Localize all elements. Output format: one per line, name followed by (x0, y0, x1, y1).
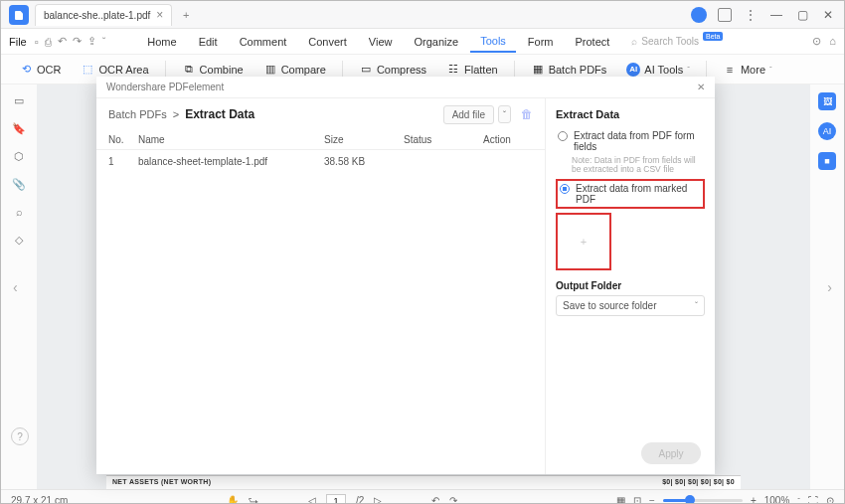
home-icon[interactable]: ⌂ (829, 35, 836, 48)
more-button[interactable]: ≡Moreˇ (715, 60, 780, 80)
layers-icon[interactable]: ◇ (11, 232, 27, 248)
menu-form[interactable]: Form (518, 32, 564, 52)
cloud-icon[interactable]: ⊙ (812, 35, 821, 48)
cell-size: 38.58 KB (324, 156, 404, 167)
flatten-icon: ☷ (446, 63, 460, 77)
search-placeholder: Search Tools (641, 36, 699, 47)
chevron-down-icon: ˇ (695, 300, 698, 310)
status-bar: 29.7 x 21 cm ✋ ⮑ ◁ /2 ▷ ↶ ↷ ▦ ⊡ − + 100%… (1, 489, 844, 504)
col-no: No. (108, 134, 138, 145)
apply-button[interactable]: Apply (641, 442, 701, 464)
add-file-dropdown[interactable]: ˇ (498, 105, 511, 123)
menu-organize[interactable]: Organize (405, 32, 469, 52)
beta-badge: Beta (703, 32, 723, 41)
zoom-in-icon[interactable]: + (751, 495, 757, 504)
fullscreen-icon[interactable]: ⛶ (808, 495, 818, 504)
new-tab-button[interactable]: + (176, 5, 196, 25)
combine-icon: ⧉ (182, 63, 196, 77)
undo-icon[interactable]: ↶ (58, 35, 67, 48)
prev-page-icon[interactable]: ◁ (308, 495, 316, 504)
zoom-out-icon[interactable]: − (649, 495, 655, 504)
menu-comment[interactable]: Comment (230, 32, 297, 52)
ocr-icon: ⟲ (19, 63, 33, 77)
option-note: Note: Data in PDF from fields will be ex… (572, 156, 705, 175)
breadcrumb-current: Extract Data (185, 107, 254, 121)
menu-tools[interactable]: Tools (470, 31, 516, 53)
output-folder-select[interactable]: Save to source folder ˇ (556, 295, 705, 316)
dialog-title: Wondershare PDFelement (106, 82, 224, 92)
dialog-titlebar: Wondershare PDFelement ✕ (96, 77, 715, 98)
col-action: Action (483, 134, 533, 145)
file-menu[interactable]: File (9, 36, 27, 48)
add-file-button[interactable]: Add file (443, 105, 494, 124)
add-area-box[interactable]: + (556, 213, 611, 270)
col-status: Status (404, 134, 483, 145)
option-form-fields[interactable]: Extract data from PDF form fields (556, 128, 705, 154)
minimize-icon[interactable]: — (764, 3, 788, 27)
bookmarks-icon[interactable]: 🔖 (11, 120, 27, 136)
breadcrumb: Batch PDFs > Extract Data Add file ˇ 🗑 (96, 98, 545, 130)
page-dimensions: 29.7 x 21 cm (11, 495, 68, 504)
chevron-down-icon[interactable]: ˇ (797, 496, 800, 504)
option-marked-pdf[interactable]: Extract data from marked PDF (556, 179, 705, 209)
breadcrumb-root[interactable]: Batch PDFs (108, 108, 167, 120)
redo-icon[interactable]: ↷ (73, 35, 82, 48)
dialog-right-panel: Extract Data Extract data from PDF form … (546, 98, 715, 474)
panel-icon-1[interactable]: 🖼 (818, 92, 836, 110)
close-dialog-icon[interactable]: ✕ (697, 82, 705, 92)
more-icon: ≡ (723, 63, 737, 77)
fit-page-icon[interactable]: ⊡ (633, 495, 641, 504)
ocr-area-icon: ⬚ (81, 63, 94, 77)
radio-unchecked-icon (558, 131, 568, 141)
rotate-left-icon[interactable]: ↶ (431, 495, 439, 504)
qat-dropdown-icon[interactable]: ˇ (102, 36, 106, 48)
batch-extract-dialog: Wondershare PDFelement ✕ Batch PDFs > Ex… (96, 77, 715, 474)
thumbnails-icon[interactable]: ▭ (11, 92, 27, 108)
share-icon[interactable]: ⇪ (87, 35, 96, 48)
table-row[interactable]: 1balance-sheet-template-1.pdf38.58 KB (96, 150, 545, 173)
ocr-button[interactable]: ⟲OCR (11, 60, 69, 80)
close-window-icon[interactable]: ✕ (816, 3, 840, 27)
kebab-menu-icon[interactable]: ⋮ (739, 3, 762, 27)
document-tab[interactable]: balance-she..plate-1.pdf × (35, 4, 172, 26)
attachments-icon[interactable]: 📎 (11, 176, 27, 192)
cell-no: 1 (108, 156, 138, 167)
rotate-right-icon[interactable]: ↷ (449, 495, 457, 504)
menu-home[interactable]: Home (137, 32, 186, 52)
menu-edit[interactable]: Edit (189, 32, 228, 52)
table-header: No. Name Size Status Action (96, 130, 545, 150)
menu-view[interactable]: View (359, 32, 403, 52)
hand-tool-icon[interactable]: ✋ (227, 495, 239, 504)
security-icon[interactable]: ⬡ (11, 148, 27, 164)
prev-page-arrow[interactable]: ‹ (13, 279, 18, 295)
print-icon[interactable]: ⎙ (45, 36, 52, 48)
delete-icon[interactable]: 🗑 (521, 107, 533, 121)
search-icon: ⌕ (631, 36, 637, 47)
maximize-icon[interactable]: ▢ (790, 3, 814, 27)
compare-icon: ▥ (263, 63, 277, 77)
option-label: Extract data from marked PDF (576, 183, 699, 205)
window-mode-icon[interactable] (713, 3, 737, 27)
user-avatar[interactable] (687, 3, 711, 27)
search-panel-icon[interactable]: ⌕ (11, 204, 27, 220)
ai-panel-icon[interactable]: AI (818, 122, 836, 140)
search-tools[interactable]: ⌕ Search Tools Beta (631, 36, 723, 47)
next-page-arrow[interactable]: › (827, 279, 832, 295)
view-mode-icon[interactable]: ▦ (616, 495, 625, 504)
settings-icon[interactable]: ⊙ (826, 495, 834, 504)
zoom-slider[interactable] (663, 499, 743, 502)
menu-protect[interactable]: Protect (566, 32, 620, 52)
save-icon[interactable]: ▫ (35, 36, 39, 48)
select-tool-icon[interactable]: ⮑ (249, 495, 258, 504)
dialog-left-panel: Batch PDFs > Extract Data Add file ˇ 🗑 N… (96, 98, 546, 474)
cell-action (483, 156, 533, 167)
next-page-icon[interactable]: ▷ (374, 495, 382, 504)
help-button[interactable]: ? (11, 427, 29, 445)
close-tab-icon[interactable]: × (156, 8, 163, 22)
page-input[interactable] (326, 494, 346, 505)
separator (706, 61, 707, 79)
panel-icon-2[interactable]: ■ (818, 152, 836, 170)
menu-convert[interactable]: Convert (298, 32, 357, 52)
app-logo (9, 5, 29, 25)
quick-access-toolbar: ▫ ⎙ ↶ ↷ ⇪ ˇ (35, 35, 106, 48)
